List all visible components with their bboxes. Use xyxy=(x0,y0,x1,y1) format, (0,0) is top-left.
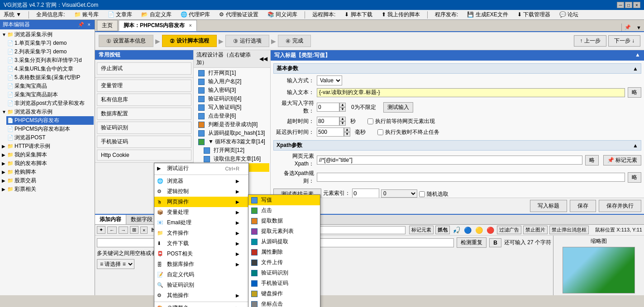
panel-close-btn[interactable]: × xyxy=(86,22,92,28)
tree-item-grab[interactable]: ▶ 📁 抢购脚本 xyxy=(1,168,94,176)
flow-item-4[interactable]: 验证码识别[4] xyxy=(195,94,269,103)
sub-ctx-keyboard[interactable]: 键盘操作 xyxy=(248,288,320,299)
flow-item-13[interactable]: 从源码提取pc_hash[13] xyxy=(195,129,269,137)
ctx-email[interactable]: 📧 Email处理 ▶ xyxy=(154,217,248,228)
tree-item-browser-post[interactable]: 📄 浏览器POST xyxy=(6,133,94,142)
write-title-btn[interactable]: 写入标题 xyxy=(530,200,567,212)
menu-accounts[interactable]: 📁 账号库 xyxy=(72,10,100,19)
save-btn[interactable]: 保存 xyxy=(570,200,596,212)
ctx-test-run[interactable]: ▶ 测试运行 Ctrl+R xyxy=(154,163,248,174)
tree-item-5[interactable]: 📄 5.表格数据采集(采集代理IP xyxy=(6,73,94,82)
ctx-captcha-recog[interactable]: 🔍 验证码识别 xyxy=(154,280,248,290)
sub-ctx-captcha-sub[interactable]: 验证码识别 xyxy=(248,268,320,278)
catch-btn[interactable]: 抓包 xyxy=(435,226,450,234)
http-cookie-button[interactable]: Http Cookie xyxy=(97,150,191,161)
backup-xpath-hint-btn[interactable]: 略 xyxy=(628,172,641,183)
no-popup-btn[interactable]: 禁止弹出消息框 xyxy=(549,226,589,234)
flow-item-6[interactable]: 点击登录[6] xyxy=(195,112,269,120)
bold-format-btn[interactable]: B xyxy=(489,238,501,247)
timeout-input[interactable] xyxy=(317,117,339,126)
wizard-step-3[interactable]: ③ 运行选项 xyxy=(225,35,269,47)
tree-item-phpcms-copy[interactable]: 📄 PHPCMS内容发布副本 xyxy=(6,125,94,133)
sub-ctx-click[interactable]: 点击 xyxy=(248,205,320,216)
tab-home[interactable]: 主页 xyxy=(97,20,118,31)
mobile-captcha-button[interactable]: 手机验证码 xyxy=(97,136,191,148)
sub-ctx-extract-list[interactable]: 提取元素列表 xyxy=(248,226,320,236)
mark-element-btn[interactable]: 📌 标记元素 xyxy=(603,155,641,165)
spin-down3[interactable]: ▼ xyxy=(344,132,350,137)
flow-item-2[interactable]: 输入用户名[2] xyxy=(195,77,269,86)
tree-item-phpcms[interactable]: 📄 PHPCMS内容发布 xyxy=(6,116,94,125)
tab-close-btn[interactable]: × xyxy=(189,23,192,28)
checkbox-noterminate[interactable] xyxy=(377,129,383,135)
spin-down[interactable]: ▼ xyxy=(339,107,346,112)
toolbar-fwd-btn[interactable]: → xyxy=(119,227,128,234)
ctx-step-color[interactable]: 🎨 步骤颜色 ▶ xyxy=(154,303,248,307)
flow-item-16[interactable]: 读取信息库文章[16] xyxy=(200,155,269,163)
max-chars-input[interactable] xyxy=(317,103,339,112)
menu-proxy-verify[interactable]: ⚙ 代理验证设置 xyxy=(217,10,260,19)
test-input-btn[interactable]: 测试输入 xyxy=(383,102,413,113)
maximize-button[interactable]: □ xyxy=(625,2,632,8)
input-mode-select[interactable]: Value xyxy=(317,76,342,85)
menu-proxy-ip[interactable]: 🌐 代理IP库 xyxy=(179,10,212,19)
ctx-post[interactable]: 📮 POST相关 ▶ xyxy=(154,249,248,259)
menu-uploaded-scripts[interactable]: ⬆ 我上传的脚本 xyxy=(380,10,422,19)
delay-input[interactable] xyxy=(317,128,344,137)
backup-xpath-input[interactable] xyxy=(317,173,625,182)
sub-ctx-write-value[interactable]: 写值 xyxy=(248,195,320,205)
wizard-step-4[interactable]: ④ 完成 xyxy=(278,35,311,47)
minimize-button[interactable]: ─ xyxy=(617,2,624,8)
bottom-tab-add-content[interactable]: 添加内容 xyxy=(95,215,126,224)
basic-collapse-btn[interactable]: ▲ xyxy=(633,66,638,72)
wizard-step-1[interactable]: ① 设置基本信息 xyxy=(99,35,153,47)
flow-item-1[interactable]: 打开网页[1] xyxy=(195,69,269,77)
tab-dropdown-btn[interactable]: ▼ xyxy=(634,24,644,31)
private-lib-button[interactable]: 私有信息库 xyxy=(97,94,191,106)
ctx-logic[interactable]: ⚙ 逻辑控制 ▶ xyxy=(154,186,248,197)
next-step-button[interactable]: 下一步 ↓ xyxy=(608,35,640,47)
toolbar-del-btn[interactable]: × xyxy=(140,227,148,234)
flow-item-8[interactable]: 判断是否登录成功[8] xyxy=(195,120,269,129)
ctx-file-download[interactable]: ⬇ 文件下载 ▶ xyxy=(154,238,248,249)
sub-ctx-mobile-captcha[interactable]: 手机验证码 xyxy=(248,278,320,288)
xpath-collapse-btn[interactable]: ▲ xyxy=(633,142,638,149)
menu-forum[interactable]: 💬 论坛 xyxy=(558,10,580,19)
tree-item-taobao[interactable]: 📄 采集淘宝商品 xyxy=(6,82,94,90)
ctx-db[interactable]: 🗄 数据库操作 ▶ xyxy=(154,259,248,269)
toolbar-back-btn[interactable]: ← xyxy=(107,227,117,234)
input-text-hint-btn[interactable]: 略 xyxy=(628,87,641,98)
db-config-button[interactable]: 数据库配置 xyxy=(97,108,191,120)
var-mgmt-button[interactable]: 变量管理 xyxy=(97,80,191,92)
sub-ctx-from-source[interactable]: 从源码提取 xyxy=(248,236,320,247)
flow-item-12[interactable]: 打开网页[12] xyxy=(200,146,269,155)
element-index-input[interactable] xyxy=(352,189,379,198)
flow-item-3[interactable]: 输入密码[3] xyxy=(195,86,269,94)
tree-item-3[interactable]: 📄 3.采集分页列表和详情学习d xyxy=(6,56,94,65)
tree-item-post-login[interactable]: 📄 非浏览器post方式登录和发布 xyxy=(6,99,94,108)
ctx-var-process[interactable]: 📦 变量处理 ▶ xyxy=(154,207,248,217)
menu-system[interactable]: 系统 ▼ xyxy=(2,10,23,19)
flow-collapse-btn[interactable]: ◀◀ xyxy=(259,56,267,62)
menu-download-mgr[interactable]: ⬇ 下载管理器 xyxy=(515,10,552,19)
wizard-step-2[interactable]: ② 设计脚本流程 xyxy=(162,35,217,47)
spin-up3[interactable]: ▲ xyxy=(344,128,350,132)
mark-elem-bottom-btn[interactable]: 标记元素 xyxy=(409,226,434,234)
save-run-btn[interactable]: 保存并执行 xyxy=(599,200,641,212)
sub-ctx-attr-delete[interactable]: 属性删除 xyxy=(248,247,320,257)
flow-item-5[interactable]: 写入验证码[5] xyxy=(195,103,269,112)
toolbar-grid-btn[interactable]: ⊞ xyxy=(130,226,138,234)
bottom-tab-data-fields[interactable]: 数据字段 xyxy=(126,215,157,224)
category-select[interactable]: ≡ 请选择 ≡ xyxy=(97,259,134,269)
tree-item-browser-collect[interactable]: ▼ 📁 浏览器采集示例 xyxy=(1,30,94,39)
ctx-custom-code[interactable]: 📝 自定义代码 xyxy=(154,269,248,280)
sub-ctx-file-upload[interactable]: 文件上传 xyxy=(248,257,320,268)
menu-synonyms[interactable]: 📚 同义词库 xyxy=(266,10,299,19)
tree-item-4[interactable]: 📄 4.采集URL集合中的文章 xyxy=(6,65,94,73)
sub-ctx-coord-click[interactable]: 坐标点击 xyxy=(248,299,320,307)
sub-ctx-extract-data[interactable]: 提取数据 xyxy=(248,216,320,226)
props-collapse-icon[interactable]: ▲ xyxy=(635,52,640,59)
detect-repeat-btn[interactable]: 检测重复 xyxy=(457,237,487,248)
tree-item-my-publish[interactable]: ▶ 📁 我的发布脚本 xyxy=(1,159,94,168)
menu-script-download[interactable]: ⬇ 脚本下载 xyxy=(343,10,374,19)
